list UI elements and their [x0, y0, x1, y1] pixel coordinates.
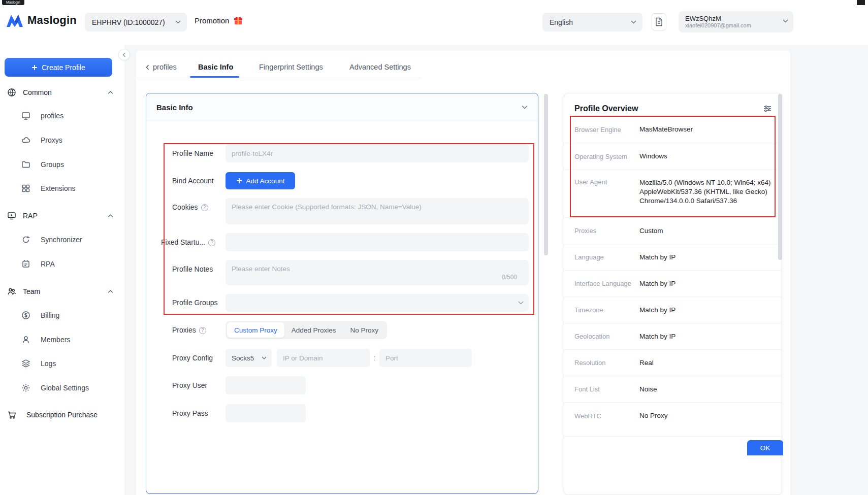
- profile-groups-select[interactable]: [226, 294, 529, 312]
- workspace-selector[interactable]: EHPHRV (ID:1000027): [85, 13, 187, 31]
- sidebar-item-logs[interactable]: Logs: [0, 353, 124, 374]
- cookies-textarea[interactable]: [226, 198, 529, 224]
- proxy-user-input[interactable]: [226, 376, 306, 394]
- overview-row-value: Mozilla/5.0 (Windows NT 10.0; Win64; x64…: [639, 178, 771, 206]
- colon-separator: :: [373, 349, 375, 367]
- sidebar-item-label: Members: [41, 336, 70, 344]
- sidebar-item-subscription[interactable]: Subscription Purchase: [0, 405, 124, 425]
- promotion-link[interactable]: Promotion: [195, 16, 243, 25]
- add-account-button[interactable]: Add Account: [226, 172, 295, 189]
- promotion-label: Promotion: [195, 16, 229, 25]
- sidebar-collapse-button[interactable]: [118, 49, 130, 60]
- sidebar-item-label: Groups: [41, 160, 64, 169]
- browser-strip: Maslogin: [0, 0, 868, 5]
- add-account-label: Add Account: [246, 177, 285, 185]
- member-icon: [21, 335, 30, 344]
- overview-row-value: Match by IP: [639, 253, 771, 262]
- profile-overview-panel: Profile Overview Browser Engine MasMateB…: [564, 93, 782, 495]
- overview-row-value: Match by IP: [639, 306, 771, 315]
- chevron-down-icon: [522, 105, 528, 109]
- sidebar-group-common[interactable]: Common: [0, 82, 124, 103]
- chevron-left-icon: [122, 52, 126, 57]
- overview-row-value: Match by IP: [639, 332, 771, 341]
- tab-basic-info[interactable]: Basic Info: [198, 63, 233, 71]
- sidebar-item-billing[interactable]: Billing: [0, 305, 124, 325]
- cookies-label: Cookies?: [172, 198, 208, 216]
- cart-icon: [7, 410, 16, 419]
- sidebar-group-label: Team: [23, 287, 40, 295]
- chevron-down-icon: [262, 356, 267, 359]
- plus-icon: [236, 178, 242, 184]
- overview-footer-divider: [564, 436, 782, 437]
- proxy-pass-input[interactable]: [226, 404, 306, 422]
- overview-row-geolocation: Geolocation Match by IP: [564, 323, 782, 350]
- sidebar-item-global-settings[interactable]: Global Settings: [0, 378, 124, 398]
- sidebar-item-label: RPA: [41, 260, 55, 268]
- tabs-divider: [137, 78, 422, 78]
- overview-row-webrtc: WebRTC No Proxy: [564, 403, 782, 429]
- language-label: English: [550, 18, 573, 26]
- overview-row-timezone: Timezone Match by IP: [564, 297, 782, 323]
- sidebar-item-profiles[interactable]: profiles: [0, 106, 124, 126]
- overview-row-label: Resolution: [574, 359, 639, 367]
- info-icon: ?: [208, 239, 215, 246]
- tab-advanced-settings[interactable]: Advanced Settings: [349, 63, 411, 71]
- tab-back-label: profiles: [153, 63, 177, 71]
- proxy-ip-input[interactable]: [277, 349, 370, 367]
- sidebar-item-label: Logs: [41, 359, 56, 368]
- overview-row-label: Interface Language: [574, 280, 639, 287]
- team-icon: [7, 287, 16, 296]
- folder-icon: [21, 160, 30, 169]
- sidebar-group-team[interactable]: Team: [0, 281, 124, 302]
- fixed-startup-input[interactable]: [226, 233, 529, 251]
- tab-back-profiles[interactable]: profiles: [146, 63, 177, 71]
- sidebar-item-extensions[interactable]: Extensions: [0, 178, 124, 199]
- profile-name-input[interactable]: [226, 144, 529, 162]
- create-profile-button[interactable]: Create Profile: [5, 58, 112, 77]
- proxy-mode-none[interactable]: No Proxy: [343, 322, 386, 338]
- proxy-mode-added[interactable]: Added Proxies: [284, 322, 343, 338]
- brand-name: Maslogin: [27, 14, 77, 27]
- sidebar-item-label: Extensions: [41, 184, 75, 192]
- globe-icon: [7, 88, 16, 97]
- overview-row-value: Real: [639, 358, 771, 368]
- language-selector[interactable]: English: [542, 13, 642, 31]
- tab-fingerprint-settings[interactable]: Fingerprint Settings: [259, 63, 323, 71]
- ok-button[interactable]: OK: [747, 440, 783, 455]
- proxy-type-select[interactable]: Socks5: [226, 349, 272, 367]
- proxy-mode-custom[interactable]: Custom Proxy: [227, 322, 284, 338]
- proxy-port-input[interactable]: [379, 349, 472, 367]
- basic-info-panel-header[interactable]: Basic Info: [146, 93, 538, 121]
- cloud-icon: [21, 136, 30, 145]
- sidebar-group-label: Common: [23, 88, 52, 96]
- user-name: EWzSQhzM: [685, 15, 779, 22]
- sidebar-item-label: profiles: [41, 112, 63, 120]
- user-account-selector[interactable]: EWzSQhzM xiaofei020907@gmail.com: [679, 11, 793, 32]
- billing-icon: [21, 311, 30, 320]
- filter-icon[interactable]: [763, 105, 771, 112]
- plus-icon: [31, 64, 38, 71]
- chevron-down-icon: [175, 20, 181, 24]
- proxy-mode-segmented-control: Custom Proxy Added Proxies No Proxy: [226, 321, 387, 339]
- sidebar-group-rap[interactable]: RAP: [0, 206, 124, 226]
- profile-notes-textarea[interactable]: [226, 260, 529, 285]
- sidebar-item-rpa[interactable]: RPA: [0, 254, 124, 274]
- sidebar-item-label: Global Settings: [41, 384, 89, 392]
- overview-title: Profile Overview: [574, 104, 638, 113]
- overview-row-label: Proxies: [574, 227, 639, 235]
- sidebar-item-proxys[interactable]: Proxys: [0, 130, 124, 150]
- sidebar-item-members[interactable]: Members: [0, 329, 124, 350]
- top-header: Maslogin EHPHRV (ID:1000027) Promotion E…: [0, 5, 868, 45]
- document-button[interactable]: [652, 13, 666, 30]
- sidebar-item-synchronizer[interactable]: Synchronizer: [0, 229, 124, 250]
- grid-icon: [21, 184, 30, 193]
- form-scrollbar[interactable]: [544, 94, 548, 255]
- proxy-pass-label: Proxy Pass: [172, 404, 208, 422]
- overview-scrollbar[interactable]: [778, 94, 782, 260]
- overview-row-label: Browser Engine: [574, 126, 639, 134]
- proxies-label: Proxies?: [172, 321, 206, 339]
- sidebar-item-label: Proxys: [41, 136, 62, 144]
- overview-row-operating-system: Operating System Windows: [564, 143, 782, 170]
- sidebar-item-groups[interactable]: Groups: [0, 154, 124, 175]
- overview-row-value: Noise: [639, 385, 771, 394]
